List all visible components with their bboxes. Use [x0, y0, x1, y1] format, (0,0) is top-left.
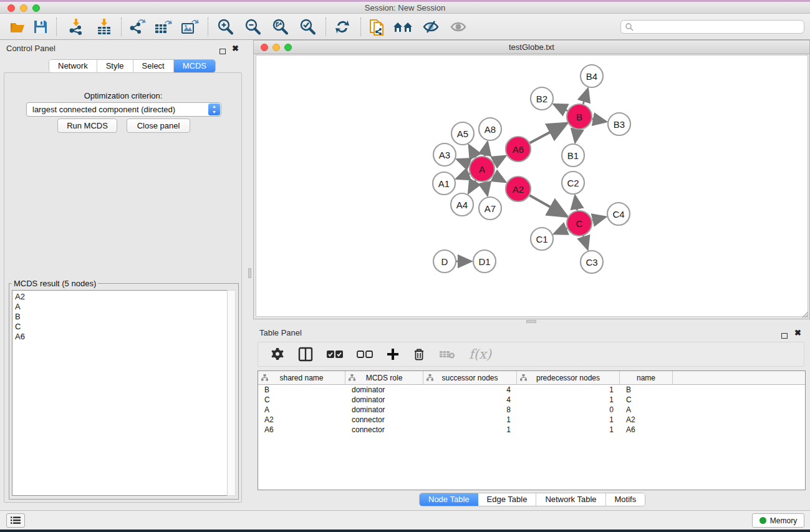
mcds-result-list[interactable]: A2ABCA6: [12, 290, 228, 496]
tab-motifs[interactable]: Motifs: [606, 493, 645, 506]
network-canvas[interactable]: B4B2BB3A8A5A6A3B1AC2A1A2A4A7C4CC1DD1C3: [256, 55, 808, 317]
deselect-all-button[interactable]: [357, 350, 373, 359]
import-table-button[interactable]: [92, 17, 115, 37]
table-row[interactable]: Cdominator41C: [258, 395, 805, 405]
zoom-in-button[interactable]: [213, 17, 237, 37]
node-C1[interactable]: C1: [531, 228, 553, 250]
edge-A6-B[interactable]: [530, 123, 566, 143]
table-row[interactable]: Bdominator41B: [258, 385, 805, 395]
cell-successor-nodes[interactable]: 4: [423, 395, 517, 405]
table-settings-button[interactable]: [271, 347, 284, 361]
cell-MCDS-role[interactable]: dominator: [345, 385, 423, 395]
minimize-window-button[interactable]: [20, 4, 27, 12]
cell-MCDS-role[interactable]: dominator: [345, 405, 423, 415]
edge-B-B1[interactable]: [576, 130, 577, 142]
cell-MCDS-role[interactable]: connector: [345, 415, 423, 425]
close-panel-button[interactable]: Close panel: [127, 118, 190, 133]
edge-A2-C[interactable]: [529, 195, 566, 216]
vertical-splitter-handle[interactable]: [248, 268, 251, 278]
cell-successor-nodes[interactable]: 1: [423, 415, 517, 425]
cell-predecessor-nodes[interactable]: 0: [517, 405, 620, 415]
cell-shared-name[interactable]: C: [258, 395, 345, 405]
column-header-shared-name[interactable]: shared name: [258, 371, 345, 384]
edge-A-A7[interactable]: [485, 182, 487, 195]
cell-shared-name[interactable]: A2: [258, 415, 345, 425]
edge-A-A3[interactable]: [458, 160, 470, 165]
table-row[interactable]: Adominator80A: [258, 405, 805, 415]
node-A4[interactable]: A4: [451, 193, 473, 216]
node-A7[interactable]: A7: [479, 197, 501, 220]
node-A8[interactable]: A8: [479, 118, 501, 140]
network-zoom-button[interactable]: [284, 44, 292, 51]
mcds-result-item[interactable]: C: [15, 322, 225, 332]
new-network-from-selection-button[interactable]: [365, 17, 389, 37]
tab-select[interactable]: Select: [133, 60, 174, 72]
cell-name[interactable]: A6: [620, 425, 673, 435]
edge-A-A1[interactable]: [457, 173, 470, 178]
function-builder-button[interactable]: f(x): [469, 347, 491, 362]
node-A5[interactable]: A5: [451, 122, 474, 145]
show-all-button[interactable]: [446, 17, 470, 37]
node-C3[interactable]: C3: [581, 251, 603, 273]
node-C4[interactable]: C4: [607, 203, 630, 225]
close-table-panel-icon[interactable]: ✖: [794, 328, 801, 337]
import-network-button[interactable]: [64, 17, 87, 37]
cell-predecessor-nodes[interactable]: 1: [517, 425, 620, 435]
cell-successor-nodes[interactable]: 4: [423, 385, 517, 395]
node-B1[interactable]: B1: [562, 144, 584, 167]
tab-network[interactable]: Network: [49, 60, 97, 72]
float-table-panel-icon[interactable]: [781, 330, 788, 341]
cell-successor-nodes[interactable]: 1: [423, 425, 517, 435]
float-panel-icon[interactable]: [219, 46, 226, 57]
column-header-MCDS-role[interactable]: MCDS role: [345, 371, 423, 384]
mcds-result-item[interactable]: A: [15, 302, 225, 312]
mcds-result-scrollbar[interactable]: [227, 290, 236, 496]
open-file-button[interactable]: [6, 17, 30, 37]
zoom-window-button[interactable]: [32, 4, 40, 12]
network-window-titlebar[interactable]: testGlobe.txt: [254, 41, 809, 54]
cell-name[interactable]: C: [620, 395, 673, 405]
add-column-button[interactable]: [387, 348, 399, 360]
search-field[interactable]: [620, 20, 804, 34]
delete-table-button[interactable]: [439, 349, 455, 359]
zoom-selected-button[interactable]: [296, 17, 319, 37]
task-history-button[interactable]: [6, 513, 25, 528]
cell-MCDS-role[interactable]: connector: [345, 425, 423, 435]
zoom-out-button[interactable]: [241, 17, 264, 37]
node-D[interactable]: D: [433, 250, 456, 273]
tab-style[interactable]: Style: [97, 60, 133, 72]
edge-B-B3[interactable]: [592, 119, 606, 122]
table-row[interactable]: A6connector11A6: [258, 425, 805, 435]
export-table-button[interactable]: [151, 17, 175, 37]
node-C[interactable]: C: [567, 211, 592, 236]
cell-predecessor-nodes[interactable]: 1: [517, 385, 620, 395]
node-B2[interactable]: B2: [531, 87, 553, 110]
node-A2[interactable]: A2: [506, 177, 531, 201]
edge-A-A6[interactable]: [493, 157, 505, 163]
tab-network-table[interactable]: Network Table: [536, 493, 605, 506]
edge-A-A8[interactable]: [485, 143, 487, 157]
tab-mcds[interactable]: MCDS: [174, 60, 215, 72]
node-A3[interactable]: A3: [433, 143, 456, 166]
cell-name[interactable]: A: [620, 405, 673, 415]
cell-name[interactable]: B: [620, 385, 673, 395]
edge-A-A5[interactable]: [470, 145, 476, 157]
tab-edge-table[interactable]: Edge Table: [478, 493, 537, 506]
cell-shared-name[interactable]: B: [258, 385, 345, 395]
node-A1[interactable]: A1: [433, 172, 455, 195]
select-all-button[interactable]: [327, 350, 343, 359]
edge-B-B4[interactable]: [583, 89, 587, 104]
save-session-button[interactable]: [29, 17, 52, 37]
delete-column-button[interactable]: [413, 347, 425, 361]
cell-predecessor-nodes[interactable]: 1: [517, 415, 620, 425]
export-image-button[interactable]: [178, 17, 201, 37]
resize-grip-icon[interactable]: [800, 309, 809, 318]
hide-selected-button[interactable]: [419, 17, 443, 37]
node-B4[interactable]: B4: [581, 65, 603, 87]
column-visibility-button[interactable]: [298, 347, 313, 362]
edge-C-C2[interactable]: [575, 196, 577, 211]
node-B3[interactable]: B3: [608, 113, 630, 135]
table-row[interactable]: A2connector11A2: [258, 415, 805, 425]
export-network-button[interactable]: [125, 17, 148, 37]
first-neighbors-button[interactable]: [392, 17, 415, 37]
